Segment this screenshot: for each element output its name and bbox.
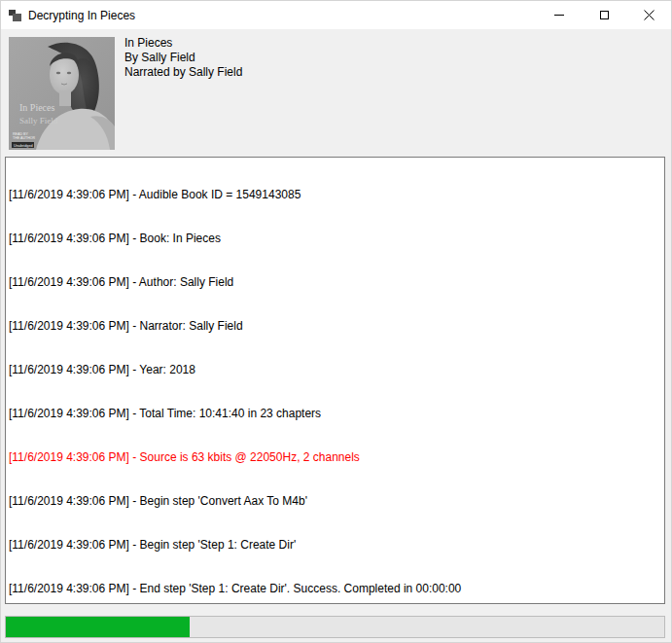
cover-author: Sally Field — [19, 116, 58, 125]
maximize-icon — [600, 11, 609, 19]
log-textbox[interactable]: [11/6/2019 4:39:06 PM] - Audible Book ID… — [5, 157, 665, 604]
book-title: In Pieces — [124, 36, 242, 51]
log-line: [11/6/2019 4:39:06 PM] - Source is 63 kb… — [9, 450, 664, 465]
log-line: [11/6/2019 4:39:06 PM] - Book: In Pieces — [9, 232, 664, 246]
cover-readby-2: THE AUTHOR — [13, 136, 36, 140]
progress-bar — [5, 616, 665, 638]
progress-bar-fill — [6, 617, 190, 637]
log-line: [11/6/2019 4:39:06 PM] - Year: 2018 — [9, 363, 664, 377]
close-icon — [644, 10, 654, 20]
app-icon — [9, 9, 21, 21]
book-narrator: Narrated by Sally Field — [124, 65, 242, 80]
maximize-button[interactable] — [582, 1, 626, 29]
close-button[interactable] — [626, 1, 671, 29]
log-line: [11/6/2019 4:39:06 PM] - Begin step 'Ste… — [9, 538, 664, 553]
log-line: [11/6/2019 4:39:06 PM] - Audible Book ID… — [9, 188, 664, 202]
window-title: Decrypting In Pieces — [28, 9, 135, 22]
app-window: Decrypting In Pieces — [0, 0, 672, 643]
book-cover-image: In Pieces Sally Field READ BY THE AUTHOR… — [9, 37, 115, 150]
book-author: By Sally Field — [124, 51, 242, 65]
log-line: [11/6/2019 4:39:06 PM] - End step 'Step … — [9, 582, 664, 596]
cover-badge: Unabridged — [14, 144, 33, 148]
cover-title: In Pieces — [19, 102, 54, 113]
log-line: [11/6/2019 4:39:06 PM] - Narrator: Sally… — [9, 319, 664, 334]
log-line: [11/6/2019 4:39:06 PM] - Author: Sally F… — [9, 275, 664, 290]
minimize-button[interactable] — [537, 1, 582, 29]
minimize-icon — [554, 15, 564, 16]
book-info: In Pieces By Sally Field Narrated by Sal… — [124, 36, 242, 80]
log-line: [11/6/2019 4:39:06 PM] - Total Time: 10:… — [9, 407, 664, 421]
log-line: [11/6/2019 4:39:06 PM] - Begin step 'Con… — [9, 494, 664, 509]
caption-buttons — [537, 1, 671, 29]
title-bar: Decrypting In Pieces — [1, 1, 671, 29]
